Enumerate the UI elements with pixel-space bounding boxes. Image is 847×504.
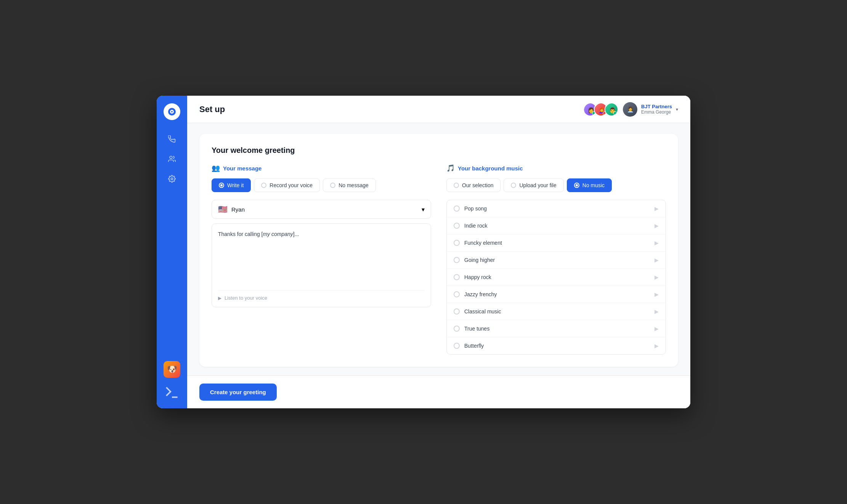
user-company: BJT Partners — [641, 104, 672, 109]
message-label: Your message — [223, 165, 261, 172]
track-radio — [454, 205, 460, 212]
create-greeting-button[interactable]: Create your greeting — [199, 384, 277, 401]
message-icon: 👥 — [212, 164, 220, 172]
track-radio — [454, 291, 460, 297]
track-true-tunes[interactable]: True tunes ▶ — [447, 320, 666, 337]
gear-icon — [168, 175, 176, 183]
chevron-down-voice-icon: ▾ — [422, 206, 425, 213]
track-funcky-element[interactable]: Funcky element ▶ — [447, 234, 666, 252]
sidebar-logo[interactable] — [164, 103, 180, 120]
track-classical-music[interactable]: Classical music ▶ — [447, 303, 666, 320]
track-name: Classical music — [464, 308, 501, 315]
music-icon: 🎵 — [446, 164, 455, 172]
radio-dot-record — [261, 183, 266, 188]
track-radio — [454, 326, 460, 332]
radio-dot-inner-music — [576, 184, 578, 186]
no-music-label: No music — [582, 182, 605, 188]
track-radio — [454, 240, 460, 246]
track-play-icon: ▶ — [654, 326, 659, 332]
track-butterfly[interactable]: Butterfly ▶ — [447, 337, 666, 354]
track-radio — [454, 257, 460, 263]
track-name: Indie rock — [464, 223, 488, 229]
voice-selector[interactable]: 🇺🇸 Ryan ▾ — [212, 200, 431, 219]
track-left: Classical music — [454, 308, 501, 315]
track-indie-rock[interactable]: Indie rock ▶ — [447, 217, 666, 234]
track-left: Going higher — [454, 257, 495, 263]
music-section-header: 🎵 Your background music — [446, 164, 666, 172]
option-record-voice[interactable]: Record your voice — [254, 178, 320, 192]
avatar-stack: 👩 👩‍🦰 👨 — [583, 103, 618, 116]
write-it-label: Write it — [227, 182, 244, 188]
message-content: Thanks for calling [my company]... — [218, 230, 425, 286]
logo-icon — [167, 107, 176, 116]
track-jazzy-frenchy[interactable]: Jazzy frenchy ▶ — [447, 286, 666, 303]
users-icon — [168, 155, 176, 163]
header-right: 👩 👩‍🦰 👨 👩‍💼 BJT Partners — [583, 102, 678, 117]
sidebar-item-phone[interactable] — [164, 131, 180, 148]
flag-icon: 🇺🇸 — [218, 205, 228, 214]
track-name: Going higher — [464, 257, 495, 263]
track-play-icon: ▶ — [654, 308, 659, 315]
terminal-icon — [164, 384, 180, 401]
sidebar-item-settings[interactable] — [164, 170, 180, 187]
sidebar-item-users[interactable] — [164, 151, 180, 167]
track-pop-song[interactable]: Pop song ▶ — [447, 200, 666, 217]
listen-bar[interactable]: ▶ Listen to your voice — [218, 290, 425, 301]
radio-dot-no-message — [330, 183, 335, 188]
phone-icon — [168, 135, 176, 143]
track-play-icon: ▶ — [654, 205, 659, 212]
two-column-layout: 👥 Your message Write it — [212, 164, 666, 355]
voice-name: Ryan — [231, 206, 245, 213]
track-left: Indie rock — [454, 223, 488, 229]
track-play-icon: ▶ — [654, 291, 659, 297]
message-italic: my company — [263, 231, 293, 237]
message-options: Write it Record your voice No message — [212, 178, 431, 192]
music-options: Our selection Upload your file No musi — [446, 178, 666, 192]
track-happy-rock[interactable]: Happy rock ▶ — [447, 269, 666, 286]
card-title: Your welcome greeting — [212, 146, 666, 155]
track-name: Jazzy frenchy — [464, 291, 497, 297]
option-no-music[interactable]: No music — [567, 178, 612, 192]
sidebar: 🐶 — [157, 96, 187, 408]
no-message-label: No message — [338, 182, 369, 188]
radio-dot-upload — [511, 183, 516, 188]
our-selection-label: Our selection — [462, 182, 493, 188]
track-play-icon: ▶ — [654, 257, 659, 263]
track-radio — [454, 308, 460, 315]
radio-dot-selection — [454, 183, 459, 188]
track-left: Funcky element — [454, 240, 502, 246]
message-text-box[interactable]: Thanks for calling [my company]... ▶ Lis… — [212, 223, 431, 307]
track-name: Butterfly — [464, 343, 484, 349]
radio-dot-write — [219, 183, 224, 188]
track-left: Happy rock — [454, 274, 491, 280]
message-section-header: 👥 Your message — [212, 164, 431, 172]
track-name: True tunes — [464, 326, 489, 332]
user-name: Emma George — [641, 109, 672, 115]
voice-selector-left: 🇺🇸 Ryan — [218, 205, 245, 214]
track-going-higher[interactable]: Going higher ▶ — [447, 252, 666, 269]
main-area: Set up 👩 👩‍🦰 👨 — [187, 96, 690, 408]
track-left: Pop song — [454, 205, 487, 212]
user-avatar-sidebar[interactable]: 🐶 — [164, 361, 180, 378]
svg-point-2 — [171, 111, 173, 112]
avatar-3: 👨 — [605, 103, 618, 116]
track-radio — [454, 223, 460, 229]
option-write-it[interactable]: Write it — [212, 178, 251, 192]
radio-dot-no-music — [574, 183, 579, 188]
track-play-icon: ▶ — [654, 343, 659, 349]
track-name: Pop song — [464, 205, 487, 212]
track-left: True tunes — [454, 326, 489, 332]
upload-file-label: Upload your file — [519, 182, 556, 188]
page-title: Set up — [199, 104, 225, 114]
track-play-icon: ▶ — [654, 274, 659, 280]
option-no-message[interactable]: No message — [323, 178, 376, 192]
track-name: Funcky element — [464, 240, 502, 246]
radio-dot-inner — [220, 184, 223, 186]
sidebar-item-terminal[interactable] — [164, 384, 180, 401]
music-label: Your background music — [458, 165, 523, 172]
option-upload-file[interactable]: Upload your file — [504, 178, 563, 192]
message-column: 👥 Your message Write it — [212, 164, 431, 355]
user-menu[interactable]: 👩‍💼 BJT Partners Emma George ▾ — [623, 102, 678, 117]
content-area: Your welcome greeting 👥 Your message — [187, 123, 690, 376]
option-our-selection[interactable]: Our selection — [446, 178, 500, 192]
